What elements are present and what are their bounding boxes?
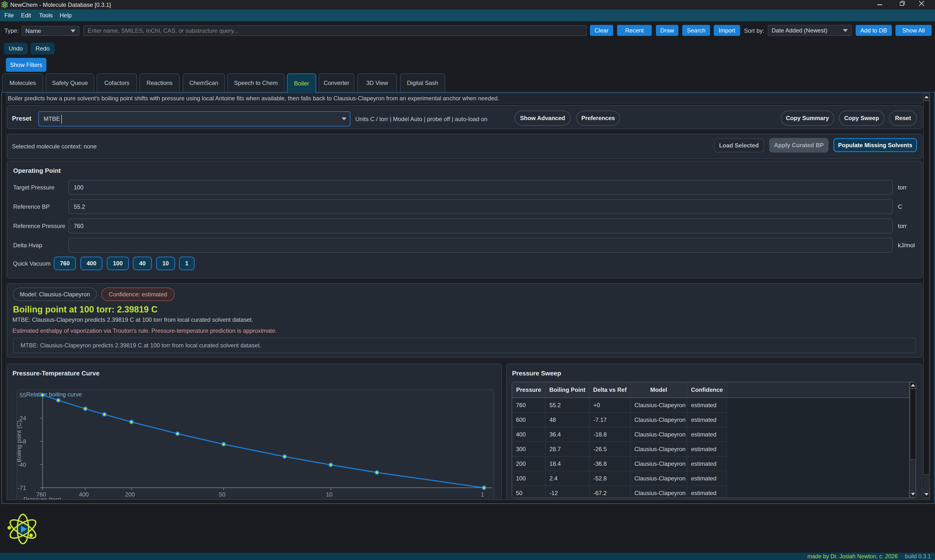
sweep-cell[interactable]: Clausius-Clapeyron [630,427,687,442]
sweep-cell[interactable]: estimated [687,412,727,427]
sweep-cell[interactable]: -18.8 [590,427,630,442]
sweep-cell[interactable]: 18.4 [545,457,590,471]
quick-vacuum-button[interactable]: 1 [179,257,195,270]
sweep-cell[interactable]: Clausius-Clapeyron [630,486,687,498]
sweep-cell[interactable]: -26.5 [590,442,630,457]
menu-help[interactable]: Help [60,9,72,21]
copy-sweep-button[interactable]: Copy Sweep [839,111,884,126]
copy-summary-button[interactable]: Copy Summary [781,111,834,126]
main-scrollbar[interactable] [923,93,930,500]
sweep-cell[interactable]: Clausius-Clapeyron [630,457,687,471]
menu-edit[interactable]: Edit [21,9,31,21]
tab-digital-sash[interactable]: Digital Sash [400,74,445,92]
tab-boiler[interactable]: Boiler [287,74,316,93]
sweep-cell[interactable]: -36.8 [590,457,630,471]
sweep-cell[interactable]: 300 [512,442,545,457]
sweep-cell[interactable]: -12 [545,486,590,498]
menu-file[interactable]: File [5,9,14,21]
sweep-cell[interactable]: 28.7 [545,442,590,457]
tab-molecules[interactable]: Molecules [2,74,43,92]
op-row-input[interactable]: 55.2 [68,199,893,214]
recent-button[interactable]: Recent [617,25,652,36]
table-scrollbar-up-button[interactable] [910,382,916,388]
quick-vacuum-button[interactable]: 400 [80,257,103,270]
tab-speech-to-chem[interactable]: Speech to Chem [227,74,285,92]
op-row-input[interactable] [68,238,893,253]
tab-chemscan[interactable]: ChemScan [183,74,225,92]
preferences-button[interactable]: Preferences [576,111,620,126]
tab-safety-queue[interactable]: Safety Queue [46,74,94,92]
preset-combobox[interactable]: MTBE [39,111,350,126]
sweep-cell[interactable]: +0 [590,398,630,412]
show-all-button[interactable]: Show All [895,25,932,36]
search-input[interactable]: Enter name, SMILES, InChI, CAS, or subst… [83,25,587,36]
undo-button[interactable]: Undo [4,43,28,54]
quick-vacuum-button[interactable]: 10 [156,257,175,270]
sweep-cell[interactable]: 600 [512,412,545,427]
sweep-cell[interactable]: estimated [687,427,727,442]
sweep-header-cell[interactable]: Boiling Point [545,382,590,398]
table-scrollbar[interactable] [909,382,916,498]
import-button[interactable]: Import [714,25,740,36]
sweep-cell[interactable]: Clausius-Clapeyron [630,471,687,486]
sweep-cell[interactable]: Clausius-Clapeyron [630,398,687,412]
quick-vacuum-button[interactable]: 40 [133,257,152,270]
main-scrollbar-up-button[interactable] [923,94,929,100]
close-button[interactable] [914,0,929,9]
sweep-header-cell[interactable]: Delta vs Ref [590,382,630,398]
table-scrollbar-thumb[interactable] [910,389,916,459]
sweep-cell[interactable]: -7.17 [590,412,630,427]
op-row-value: 100 [74,184,83,191]
sweep-cell[interactable]: 2.4 [545,471,590,486]
op-row-input[interactable]: 100 [68,180,893,195]
tab-cofactors[interactable]: Cofactors [97,74,137,92]
add-to-db-button[interactable]: Add to DB [856,25,892,36]
sweep-cell[interactable]: estimated [687,398,727,412]
apply-curated-bp-button[interactable]: Apply Curated BP [769,138,829,152]
sweep-cell[interactable]: estimated [687,486,727,498]
restore-button[interactable] [895,0,909,9]
sweep-header-cell[interactable]: Confidence [687,382,727,398]
sweep-cell[interactable]: Clausius-Clapeyron [630,442,687,457]
populate-missing-solvents-button[interactable]: Populate Missing Solvents [833,138,917,152]
sweep-cell[interactable]: 760 [512,398,545,412]
sweep-cell[interactable]: 50 [512,486,545,498]
table-scrollbar-down-button[interactable] [910,491,916,497]
tab-3d-view[interactable]: 3D View [357,74,397,92]
clear-button[interactable]: Clear [590,25,613,36]
result-log-box[interactable]: MTBE: Clausius-Clapeyron predicts 2.3981… [13,338,916,353]
sweep-cell[interactable]: 48 [545,412,590,427]
sweep-cell[interactable]: 200 [512,457,545,471]
show-advanced-button[interactable]: Show Advanced [514,111,571,126]
sweep-cell[interactable]: estimated [687,457,727,471]
result-headline: Boiling point at 100 torr: 2.39819 C [13,305,157,315]
redo-button[interactable]: Redo [31,43,54,54]
quick-vacuum-button[interactable]: 100 [107,257,129,270]
sweep-cell[interactable]: estimated [687,471,727,486]
tab-converter[interactable]: Converter [319,74,354,92]
type-combobox[interactable]: Name [22,26,79,36]
quick-vacuum-button[interactable]: 760 [54,257,76,270]
sweep-cell[interactable]: -52.8 [590,471,630,486]
menu-tools[interactable]: Tools [39,9,53,21]
sweep-header-cell[interactable]: Pressure [512,382,545,398]
op-row-input[interactable]: 760 [68,218,893,233]
sweep-cell[interactable]: 400 [512,427,545,442]
sweep-cell[interactable]: Clausius-Clapeyron [630,412,687,427]
minimize-button[interactable] [872,0,887,9]
sweep-cell[interactable]: 100 [512,471,545,486]
main-scrollbar-down-button[interactable] [923,491,929,498]
sweep-header-cell[interactable]: Model [630,382,687,398]
draw-button[interactable]: Draw [656,25,678,36]
reset-button[interactable]: Reset [889,111,917,126]
sweep-cell[interactable]: estimated [687,442,727,457]
load-selected-button[interactable]: Load Selected [714,138,764,152]
sort-combobox[interactable]: Date Added (Newest) [768,25,852,36]
sweep-cell[interactable]: 36.4 [545,427,590,442]
sweep-cell[interactable]: 55.2 [545,398,590,412]
tab-reactions[interactable]: Reactions [139,74,180,92]
sweep-cell[interactable]: -67.2 [590,486,630,498]
show-filters-button[interactable]: Show Filters [6,58,46,72]
search-button[interactable]: Search [682,25,710,36]
main-scrollbar-thumb[interactable] [923,101,929,475]
